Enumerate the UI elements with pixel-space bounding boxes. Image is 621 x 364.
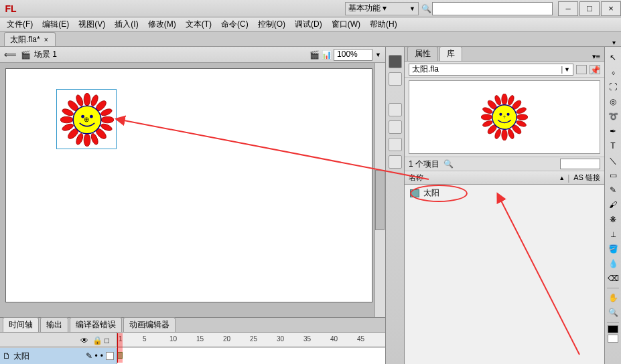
layer-row[interactable]: 🗋 太阳 ✎ • • [0,348,117,364]
tab-properties[interactable]: 属性 [407,46,438,61]
visibility-dot[interactable]: • [95,351,98,361]
transform-panel-icon[interactable] [389,138,402,151]
bone-tool-icon[interactable]: ⟂ [606,227,620,241]
menu-modify[interactable]: 修改(M) [145,17,179,31]
minimize-button[interactable]: – [558,1,578,16]
playhead[interactable] [117,333,123,363]
document-tab[interactable]: 太阳.fla* × [4,32,56,46]
edit-scene-icon[interactable]: 🎬 [309,50,319,60]
align-panel-icon[interactable] [389,103,402,116]
selection-tool-icon[interactable]: ↖ [606,51,620,64]
menu-file[interactable]: 文件(F) [4,17,36,31]
hand-tool-icon[interactable]: ✋ [606,291,620,304]
frame-num: 25 [250,335,257,343]
library-search-input[interactable] [560,159,600,169]
deco-tool-icon[interactable]: ❋ [606,213,620,226]
edit-symbols-icon[interactable]: 📊 [322,50,331,60]
tab-compiler-errors[interactable]: 编译器错误 [70,317,122,332]
document-tabs: 太阳.fla* × ▾ [0,32,621,47]
tab-timeline[interactable]: 时间轴 [3,317,39,332]
panel-menu-icon[interactable]: ▾≡ [592,52,600,61]
brush-tool-icon[interactable]: 🖌 [606,198,620,211]
menu-command[interactable]: 命令(C) [218,17,251,31]
lock-dot[interactable]: • [100,351,103,361]
subselection-tool-icon[interactable]: ⬨ [606,66,620,79]
menu-debug[interactable]: 调试(D) [292,17,325,31]
layer-name: 太阳 [13,351,29,362]
vertical-scrollbar[interactable] [374,63,385,317]
menu-edit[interactable]: 编辑(E) [40,17,72,31]
svg-point-19 [502,94,507,105]
graphic-symbol-icon [410,189,419,197]
outline-swatch[interactable] [106,352,114,360]
tab-library[interactable]: 库 [439,46,462,61]
pen-tool-icon[interactable]: ✒ [606,124,620,138]
menu-help[interactable]: 帮助(H) [367,17,400,31]
code-panel-icon[interactable] [389,155,402,169]
paint-bucket-tool-icon[interactable]: 🪣 [606,242,620,256]
new-library-icon[interactable] [576,65,587,74]
line-tool-icon[interactable]: ＼ [606,154,620,167]
frame-num: 15 [196,335,204,343]
rectangle-tool-icon[interactable]: ▭ [606,169,620,182]
back-icon[interactable]: ⟸ [4,50,17,60]
scene-icon: 🎬 [21,50,30,60]
search-icon: 🔍 [443,159,454,169]
menu-view[interactable]: 视图(V) [76,17,108,31]
menu-window[interactable]: 窗口(W) [329,17,363,31]
pencil-tool-icon[interactable]: ✎ [606,183,620,197]
stage-area[interactable]: ⊕ [0,63,374,317]
library-item-name: 太阳 [423,187,439,199]
svg-point-0 [84,93,90,106]
text-tool-icon[interactable]: T [606,139,620,153]
selected-symbol[interactable]: ⊕ [56,89,117,149]
color-panel-icon[interactable] [389,55,402,68]
zoom-tool-icon[interactable]: 🔍 [606,306,620,319]
pin-icon[interactable]: 📌 [590,65,600,74]
workspace-select[interactable]: 基本功能 ▾ [345,2,419,15]
close-button[interactable]: × [601,1,621,16]
zoom-value[interactable]: 100% [334,49,372,61]
library-list[interactable]: 太阳 [405,185,604,364]
sort-icon[interactable]: ▲ [559,175,565,181]
fill-color-swatch[interactable] [608,335,618,343]
column-linkage[interactable]: AS 链接 [573,173,600,183]
eye-icon[interactable]: 👁 [80,336,88,344]
stroke-color-swatch[interactable] [608,325,618,333]
svg-point-3 [101,116,114,123]
help-search-input[interactable] [432,2,553,15]
free-transform-tool-icon[interactable]: ⛶ [606,80,620,94]
maximize-button[interactable]: □ [579,1,600,16]
menu-control[interactable]: 控制(O) [255,17,288,31]
lock-icon[interactable]: 🔒 [92,336,100,344]
tabs-overflow-icon[interactable]: ▾ [612,39,616,46]
swatches-panel-icon[interactable] [389,72,402,86]
library-item-count: 1 个项目 [409,159,439,170]
eraser-tool-icon[interactable]: ⌫ [606,272,620,285]
library-doc-select[interactable]: 太阳.fla [409,64,573,76]
close-tab-icon[interactable]: × [44,36,48,43]
frame-num: 45 [357,335,364,343]
stage[interactable]: ⊕ [5,68,372,302]
menu-text[interactable]: 文本(T) [183,17,214,31]
lasso-tool-icon[interactable]: ➰ [606,110,620,123]
document-tab-label: 太阳.fla* [10,34,40,46]
info-panel-icon[interactable] [389,120,402,134]
timeline-panel: 👁 🔒 □ 1 5 10 15 20 25 30 35 40 45 [0,332,385,364]
frames-track[interactable] [117,348,385,364]
frame-num: 5 [143,335,147,343]
svg-point-21 [481,114,492,120]
registration-icon: ⊕ [84,116,89,123]
tab-output[interactable]: 输出 [40,317,68,332]
column-name[interactable]: 名称 [409,173,556,183]
3d-rotate-tool-icon[interactable]: ◎ [606,95,620,108]
menu-insert[interactable]: 插入(I) [112,17,141,31]
library-list-header: 名称 ▲ | AS 链接 [405,171,604,185]
zoom-dropdown-icon[interactable]: ▼ [375,52,381,58]
eyedropper-tool-icon[interactable]: 💧 [606,257,620,270]
outline-icon[interactable]: □ [105,336,113,344]
frame-ruler[interactable]: 1 5 10 15 20 25 30 35 40 45 [117,333,385,347]
frame-num: 30 [277,335,284,343]
tab-motion-editor[interactable]: 动画编辑器 [123,317,176,332]
library-item[interactable]: 太阳 [405,185,604,201]
